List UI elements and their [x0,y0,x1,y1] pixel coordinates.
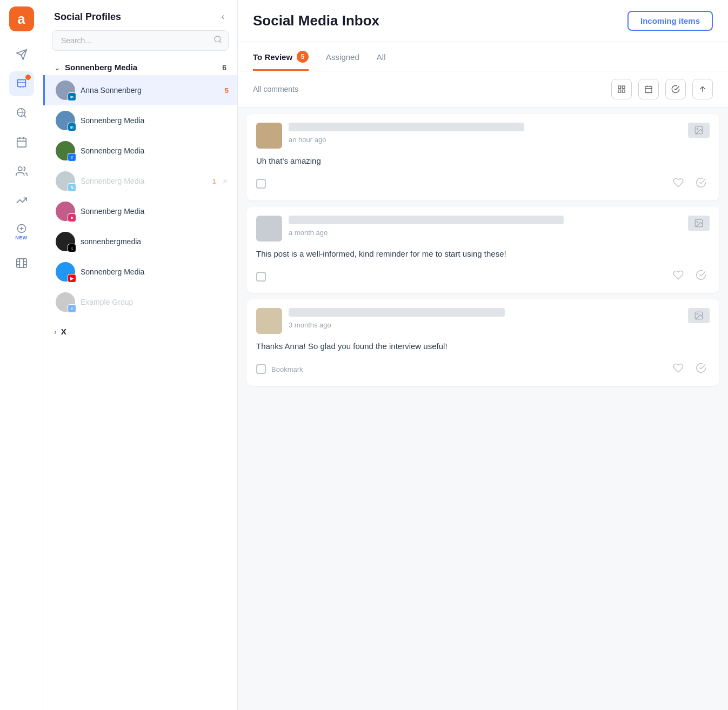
comment-checkbox[interactable] [256,272,266,282]
avatar: 𝕏 [56,171,75,191]
group-count: 6 [222,63,226,72]
x-group-label: X [61,327,66,336]
svg-point-24 [697,221,698,222]
comment-image-icon [688,123,710,138]
profile-item-sonnenberg-instagram[interactable]: ● Sonnenberg Media [43,196,237,226]
svg-line-11 [219,41,221,43]
group-header-sonnenberg[interactable]: ⌄ Sonnenberg Media 6 [43,59,237,75]
profile-item-sonnenberg-linkedin[interactable]: in Sonnenberg Media [43,105,237,136]
svg-rect-15 [622,90,625,92]
filter-check-button[interactable] [665,79,686,99]
nav-users[interactable] [9,159,34,184]
profile-item-sonnenberg-facebook[interactable]: f Sonnenberg Media [43,136,237,166]
tab-all[interactable]: All [377,44,386,70]
comment-checkbox[interactable] [256,179,266,189]
icon-nav: a NEW [0,0,43,710]
tab-to-review[interactable]: To Review 5 [253,42,309,71]
group-name: Sonnenberg Media [65,63,222,72]
filter-calendar-button[interactable] [638,79,659,99]
profile-badge-count: 5 [220,86,229,95]
tab-to-review-label: To Review [253,52,292,62]
group-chevron-down-icon: ⌄ [54,63,61,72]
comment-text: Uh that’s amazing [256,155,710,168]
comment-text: Thanks Anna! So glad you found the inter… [256,340,710,353]
instagram-badge-icon: ● [68,213,76,222]
comment-time: a month ago [289,229,328,237]
profile-name: Anna Sonnenberg [81,86,215,95]
nav-library[interactable] [9,251,34,276]
profile-name: sonnenbergmedia [81,237,229,246]
svg-rect-13 [622,86,625,89]
comment-image-icon [688,308,710,323]
comment-card: 3 months ago Thanks Anna! So glad you fo… [246,299,719,386]
like-button[interactable] [670,360,687,378]
tab-assigned[interactable]: Assigned [326,44,359,70]
main-header: Social Media Inbox Incoming items [238,0,728,42]
comment-time: 3 months ago [289,321,331,329]
profile-item-example-group[interactable]: f Example Group [43,287,237,317]
comment-name-placeholder [289,216,564,224]
svg-point-7 [18,167,22,171]
svg-rect-16 [645,86,652,93]
profile-item-sonnenberg-twitter[interactable]: 𝕏 Sonnenberg Media 1 ★ [43,166,237,196]
svg-rect-9 [16,259,26,268]
profile-item-anna-sonnenberg[interactable]: in Anna Sonnenberg 5 [43,75,237,105]
star-icon: ★ [222,177,229,185]
search-icon [213,35,222,46]
tiktok-badge-icon: ♫ [68,244,76,252]
svg-point-10 [215,36,221,42]
search-input[interactable] [52,30,229,51]
profile-item-sonnenberg-youtube[interactable]: ▶ Sonnenberg Media [43,257,237,287]
inbox-badge [25,75,31,80]
check-button[interactable] [692,267,710,285]
comment-meta: 3 months ago [289,308,682,330]
check-button[interactable] [692,360,710,378]
x-group-chevron-right-icon: › [54,327,57,336]
nav-send[interactable] [9,42,34,67]
profile-item-sonnenbergmedia-tiktok[interactable]: ♫ sonnenbergmedia [43,226,237,257]
svg-rect-14 [618,90,621,92]
nav-calendar[interactable] [9,130,34,155]
comments-list: an hour ago Uh that’s amazing [238,108,728,710]
main-content: Social Media Inbox Incoming items To Rev… [238,0,728,710]
new-label: NEW [15,235,28,240]
svg-point-22 [697,128,698,129]
filter-sort-button[interactable] [692,79,713,99]
comment-text: This post is a well-informed, kind remin… [256,248,710,260]
check-button[interactable] [692,175,710,193]
collapse-sidebar-button[interactable]: ‹ [219,10,226,24]
app-logo[interactable]: a [9,6,34,31]
incoming-items-button[interactable]: Incoming items [627,11,713,31]
like-button[interactable] [670,267,687,285]
nav-analytics[interactable] [9,188,34,213]
filter-layout-button[interactable] [611,79,632,99]
nav-globe-search[interactable] [9,101,34,125]
page-title: Social Media Inbox [253,12,379,29]
bookmark-area: Bookmark [271,365,303,373]
profile-name: Sonnenberg Media [81,116,229,125]
like-button[interactable] [670,175,687,193]
x-group[interactable]: › X [43,321,237,341]
comment-top: an hour ago [256,123,710,149]
svg-point-26 [697,313,698,314]
comment-avatar [256,308,282,334]
sidebar-header: Social Profiles ‹ [43,0,237,30]
avatar: f [56,141,75,160]
comment-card: a month ago This post is a well-informed… [246,207,719,293]
comment-name-placeholder [289,123,524,131]
svg-rect-12 [618,86,621,89]
comment-actions: Bookmark [256,360,710,378]
nav-new[interactable]: NEW [9,217,34,246]
sidebar: Social Profiles ‹ ⌄ Sonnenberg Media 6 i… [43,0,238,710]
avatar: ♫ [56,232,75,251]
avatar: in [56,111,75,130]
nav-inbox[interactable] [9,71,34,96]
comment-image-icon [688,216,710,231]
comment-actions [256,175,710,193]
comment-card: an hour ago Uh that’s amazing [246,114,719,200]
comment-name-placeholder [289,308,505,317]
filter-row: All comments [238,71,728,108]
comment-checkbox[interactable] [256,364,266,374]
tabs-row: To Review 5 Assigned All [238,42,728,71]
comment-avatar [256,216,282,242]
